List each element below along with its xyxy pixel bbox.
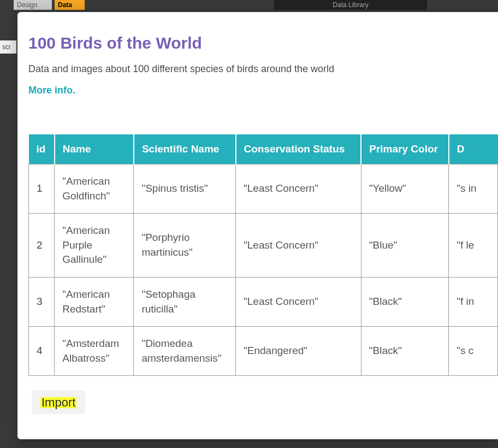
cell-primary-color: "Black" bbox=[361, 327, 448, 376]
cell-id: 4 bbox=[29, 327, 55, 376]
table-row: 3"American Redstart""Setophaga ruticilla… bbox=[29, 277, 498, 326]
tab-data[interactable]: Data bbox=[55, 0, 85, 10]
cell-diet: "f le bbox=[449, 214, 498, 278]
table-row: 2"American Purple Gallinule""Porphyrio m… bbox=[29, 214, 498, 278]
modal: 100 Birds of the World Data and images a… bbox=[17, 12, 498, 439]
more-info-link[interactable]: More info. bbox=[28, 85, 75, 96]
cell-name: "American Purple Gallinule" bbox=[55, 214, 134, 278]
backdrop-header: Data Library bbox=[274, 0, 427, 10]
header-conservation-status[interactable]: Conservation Status bbox=[236, 134, 361, 164]
cell-primary-color: "Yellow" bbox=[361, 164, 448, 214]
modal-title: 100 Birds of the World bbox=[28, 34, 487, 52]
table-scroll-region[interactable]: id Name Scientific Name Conservation Sta… bbox=[28, 134, 498, 384]
header-name[interactable]: Name bbox=[55, 134, 134, 164]
import-button-label: Import bbox=[40, 396, 76, 409]
cell-scientific-name: "Porphyrio martinicus" bbox=[134, 214, 236, 278]
cell-conservation-status: "Least Concern" bbox=[236, 214, 361, 278]
cell-id: 2 bbox=[29, 214, 55, 278]
cell-diet: "s c bbox=[449, 327, 498, 376]
cell-diet: "f in bbox=[449, 277, 498, 326]
cell-primary-color: "Black" bbox=[361, 277, 448, 326]
data-table: id Name Scientific Name Conservation Sta… bbox=[28, 134, 498, 376]
cell-scientific-name: "Diomedea amsterdamensis" bbox=[134, 327, 236, 376]
header-primary-color[interactable]: Primary Color bbox=[361, 134, 448, 164]
cell-conservation-status: "Endangered" bbox=[236, 327, 361, 376]
cell-name: "Amsterdam Albatross" bbox=[55, 327, 134, 376]
cell-id: 3 bbox=[29, 277, 55, 326]
table-row: 1"American Goldfinch""Spinus tristis""Le… bbox=[29, 164, 498, 214]
cell-diet: "s in bbox=[449, 164, 498, 214]
header-id[interactable]: id bbox=[29, 134, 55, 164]
cell-name: "American Redstart" bbox=[55, 277, 134, 326]
cell-conservation-status: "Least Concern" bbox=[236, 277, 361, 326]
search-fragment[interactable]: scr bbox=[0, 40, 16, 54]
cell-scientific-name: "Spinus tristis" bbox=[134, 164, 236, 214]
cell-primary-color: "Blue" bbox=[361, 214, 448, 278]
modal-description: Data and images about 100 different spec… bbox=[28, 63, 487, 75]
cell-id: 1 bbox=[29, 164, 55, 214]
table-row: 4"Amsterdam Albatross""Diomedea amsterda… bbox=[29, 327, 498, 376]
cell-scientific-name: "Setophaga ruticilla" bbox=[134, 277, 236, 326]
header-scientific-name[interactable]: Scientific Name bbox=[134, 134, 236, 164]
cell-name: "American Goldfinch" bbox=[55, 164, 134, 214]
tab-design[interactable]: Design bbox=[14, 0, 52, 10]
cell-conservation-status: "Least Concern" bbox=[236, 164, 361, 214]
import-button[interactable]: Import bbox=[32, 390, 85, 414]
header-diet[interactable]: D bbox=[449, 134, 498, 164]
